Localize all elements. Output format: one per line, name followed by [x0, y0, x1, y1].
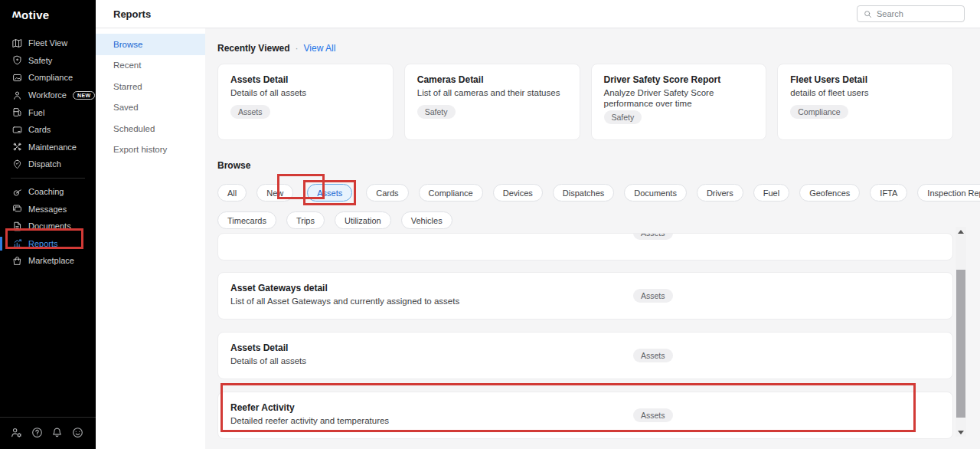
category-tag: Compliance: [790, 105, 848, 119]
subnav-item-label: Export history: [113, 145, 167, 154]
sidebar-nav-item[interactable]: Fuel: [0, 103, 96, 121]
report-card-description: Details of all assets: [230, 87, 381, 98]
sidebar-nav-item[interactable]: Fleet View: [0, 34, 96, 52]
filter-chip[interactable]: Trips: [286, 211, 325, 229]
sidebar-nav-item[interactable]: Dispatch: [0, 156, 96, 173]
report-card[interactable]: Assets Detail Details of all assets Asse…: [217, 64, 394, 140]
report-row-title: Asset Gateways detail: [230, 283, 952, 293]
report-row-partial[interactable]: Summary of daily and lifetime engine hou…: [217, 233, 953, 261]
filter-chip[interactable]: Geofences: [799, 184, 860, 202]
nav-item-label: Maintenance: [28, 143, 77, 152]
motive-logo: wotive: [0, 0, 96, 29]
scrollbar-thumb[interactable]: [956, 270, 965, 418]
sidebar-nav-item[interactable]: Messages: [0, 200, 96, 218]
nav-item-icon: [12, 256, 22, 266]
global-search[interactable]: [857, 5, 965, 22]
sidebar-nav-item[interactable]: Documents: [0, 218, 96, 235]
report-row-description: Details of all assets: [230, 356, 952, 365]
footer-icon[interactable]: [51, 427, 63, 438]
filter-chip-wrap: Trips: [286, 211, 325, 229]
subnav-item[interactable]: Export history: [96, 139, 205, 161]
new-badge: NEW: [73, 91, 96, 100]
filter-chip-wrap: Inspection Reports: [917, 184, 980, 202]
sidebar-nav-item[interactable]: Maintenance: [0, 139, 96, 156]
nav-item-icon: [12, 204, 22, 214]
filter-chip[interactable]: Inspection Reports: [917, 184, 980, 202]
filter-chip[interactable]: Drivers: [697, 184, 743, 202]
footer-icon[interactable]: [31, 427, 43, 438]
subnav-item-label: Recent: [113, 61, 141, 70]
sidebar-nav-item[interactable]: Cards: [0, 121, 96, 139]
app-window: wotive Fleet View Safety Compliance: [0, 0, 980, 449]
footer-icon[interactable]: [11, 427, 22, 438]
filter-chip-row-2: Timecards Trips Utilization Vehicles: [217, 211, 953, 229]
recently-viewed-heading: Recently Viewed: [217, 43, 290, 54]
filter-chip[interactable]: Timecards: [217, 211, 276, 229]
report-card[interactable]: Fleet Users Detail details of fleet user…: [777, 64, 953, 140]
filter-chip-wrap: Drivers: [697, 184, 743, 202]
report-card-description: details of fleet users: [790, 87, 940, 98]
nav-item-label: Dispatch: [28, 159, 61, 169]
subnav-item-label: Starred: [113, 82, 142, 91]
filter-chip-wrap: Timecards: [217, 211, 276, 229]
report-list: Summary of daily and lifetime engine hou…: [217, 233, 953, 439]
filter-chip[interactable]: All: [217, 184, 247, 202]
report-row[interactable]: Asset Gateways detail List of all Asset …: [217, 272, 953, 320]
nav-item-icon: [12, 221, 22, 231]
nav-item-label: Coaching: [28, 187, 64, 196]
report-row-description: List of all Asset Gateways and currently…: [230, 297, 952, 306]
sidebar-nav-item[interactable]: Marketplace: [0, 252, 96, 270]
sidebar-footer: [0, 417, 96, 449]
filter-chip[interactable]: Devices: [493, 184, 543, 202]
footer-icon[interactable]: [72, 427, 83, 438]
filter-chip[interactable]: Fuel: [753, 184, 789, 202]
subnav-item-label: Browse: [113, 40, 142, 49]
filter-chip[interactable]: IFTA: [870, 184, 907, 202]
report-card[interactable]: Driver Safety Score Report Analyze Drive…: [591, 64, 767, 140]
filter-chip-row-1: All New Assets Cards: [217, 180, 953, 205]
top-header: Reports: [96, 0, 980, 28]
filter-chip[interactable]: Vehicles: [401, 211, 452, 229]
filter-chip-wrap: Compliance: [419, 184, 483, 202]
subnav-item[interactable]: Saved: [96, 97, 205, 119]
filter-chip[interactable]: Documents: [624, 184, 687, 202]
nav-item-icon: [12, 159, 22, 169]
filter-chip-wrap: New: [256, 184, 293, 202]
sidebar-nav-item[interactable]: Coaching: [0, 183, 96, 201]
filter-chip[interactable]: Compliance: [419, 184, 483, 202]
sidebar-nav-item[interactable]: Compliance: [0, 69, 96, 87]
subnav-item-label: Scheduled: [113, 124, 155, 133]
report-row[interactable]: Assets Detail Details of all assets Asse…: [217, 332, 953, 379]
subnav-item[interactable]: Starred: [96, 76, 205, 97]
category-tag: Assets: [633, 349, 673, 362]
scroll-up-arrow-icon[interactable]: [956, 227, 966, 236]
nav-item-icon: [12, 38, 22, 48]
view-all-link[interactable]: View All: [304, 43, 336, 54]
search-input[interactable]: [877, 9, 958, 18]
filter-chip[interactable]: Utilization: [335, 211, 391, 229]
subnav-item[interactable]: Browse: [96, 34, 205, 55]
filter-chip[interactable]: Dispatches: [553, 184, 614, 202]
nav-item-label: Reports: [28, 239, 58, 248]
scroll-down-arrow-icon[interactable]: [956, 428, 966, 437]
subnav-item[interactable]: Scheduled: [96, 118, 205, 139]
category-tag: Assets: [633, 408, 673, 422]
subnav-item[interactable]: Recent: [96, 55, 205, 77]
main-content: Recently Viewed · View All Assets Detail…: [205, 28, 980, 449]
nav-item-icon: [12, 187, 22, 197]
filter-chip-wrap: Cards: [366, 184, 408, 202]
filter-chip[interactable]: Assets: [307, 184, 352, 202]
nav-item-icon: [12, 125, 22, 135]
filter-chip[interactable]: Cards: [366, 184, 408, 202]
report-row[interactable]: Reefer Activity Detailed reefer activity…: [217, 392, 953, 439]
sidebar-nav-item[interactable]: Reports: [0, 235, 96, 253]
filter-chip[interactable]: New: [256, 184, 293, 202]
report-card[interactable]: Cameras Detail List of all cameras and t…: [404, 64, 580, 140]
sidebar-nav-item[interactable]: Workforce NEW: [0, 87, 96, 104]
filter-chip-wrap: Geofences: [799, 184, 860, 202]
report-card-description: List of all cameras and their statuses: [417, 87, 567, 98]
list-scrollbar[interactable]: [956, 227, 966, 437]
sidebar-nav-item[interactable]: Safety: [0, 52, 96, 70]
filter-chip-wrap: Devices: [493, 184, 543, 202]
nav-item-label: Cards: [28, 125, 51, 134]
